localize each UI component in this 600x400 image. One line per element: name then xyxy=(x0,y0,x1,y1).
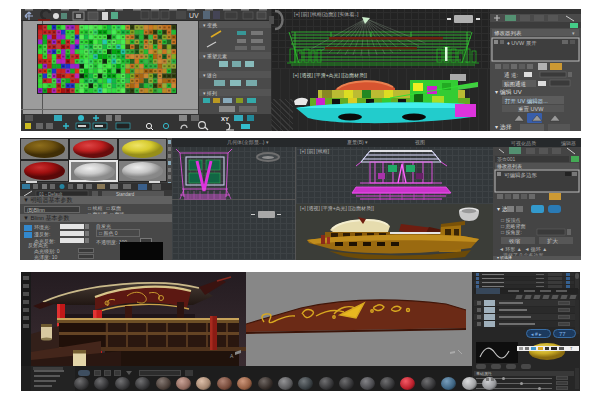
svg-text:XY: XY xyxy=(221,116,229,122)
svg-text:♦ UVW 展开: ♦ UVW 展开 xyxy=(507,40,537,46)
svg-text:□ 按角度:: □ 按角度: xyxy=(501,229,522,236)
svg-text:茶壶001: 茶壶001 xyxy=(497,156,516,162)
svg-text:打开 UV 编辑器...: 打开 UV 编辑器... xyxy=(504,98,548,105)
svg-text:▾ 排列: ▾ 排列 xyxy=(203,90,217,97)
svg-text:▾ 缝合: ▾ 缝合 xyxy=(203,72,217,79)
svg-text:修改器列表: 修改器列表 xyxy=(496,163,522,170)
svg-text:▾ 重塑元素: ▾ 重塑元素 xyxy=(203,53,227,59)
svg-text:▾ 编辑 UV: ▾ 编辑 UV xyxy=(495,89,522,95)
svg-text:扩大: 扩大 xyxy=(547,238,559,244)
svg-text:▾ 变换: ▾ 变换 xyxy=(203,22,218,29)
svg-text:可视化品质: 可视化品质 xyxy=(510,140,537,147)
svg-text:重置 UVW: 重置 UVW xyxy=(518,106,544,112)
svg-text:编辑器: 编辑器 xyxy=(561,140,576,146)
svg-text:贴图通道: 贴图通道 xyxy=(504,80,527,88)
svg-text:UV: UV xyxy=(189,12,199,19)
svg-text:收缩: 收缩 xyxy=(509,238,521,245)
svg-text:修改器列表: 修改器列表 xyxy=(494,30,522,36)
svg-text:通 道:: 通 道: xyxy=(504,71,519,78)
svg-text:T: T xyxy=(570,346,573,351)
svg-text:可编辑多边形: 可编辑多边形 xyxy=(504,172,538,178)
